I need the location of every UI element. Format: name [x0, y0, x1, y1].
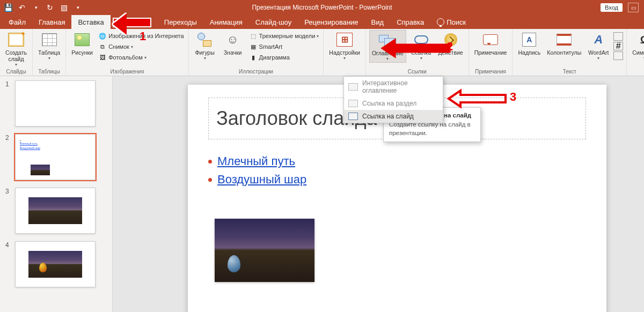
- group-images-label: Изображения: [69, 69, 185, 76]
- chevron-down-icon: ▾: [204, 56, 206, 61]
- headerfooter-button[interactable]: Колонтитулы: [545, 30, 583, 57]
- link-button[interactable]: Ссылка ▾: [408, 30, 434, 62]
- signin-button[interactable]: Вход: [601, 3, 623, 12]
- thumbnail-slide: [15, 80, 96, 127]
- thumbnail-number: 2: [5, 134, 11, 180]
- photo-album-button[interactable]: 🖼Фотоальбом▾: [97, 53, 185, 62]
- chevron-down-icon: ▾: [343, 56, 346, 61]
- chevron-down-icon: ▾: [144, 55, 147, 60]
- undo-dropdown-icon[interactable]: ▾: [31, 3, 41, 12]
- tab-transitions[interactable]: Переходы: [111, 15, 203, 29]
- tab-insert[interactable]: Вставка: [71, 15, 110, 29]
- qat-customize-icon[interactable]: ▾: [73, 3, 83, 12]
- addins-button[interactable]: ⊞ Надстройки ▾: [327, 30, 362, 62]
- link-icon: [414, 35, 428, 44]
- group-symbols-label: [630, 75, 644, 76]
- wordart-button[interactable]: A WordArt ▾: [586, 30, 611, 62]
- group-slides-label: Слайды: [3, 69, 29, 76]
- wordart-icon: A: [591, 33, 606, 47]
- addin-icon: ⊞: [336, 33, 353, 47]
- smartart-icon: ▦: [249, 42, 258, 51]
- tab-file[interactable]: Файл: [2, 15, 32, 29]
- body-placeholder[interactable]: Млечный путь Воздушный шар: [208, 154, 306, 191]
- dropdown-item-section-zoom[interactable]: Ссылка на раздел: [344, 97, 443, 110]
- omega-icon: Ω: [638, 33, 644, 47]
- new-slide-label: Создать слайд: [5, 49, 27, 62]
- bullet-icon: [208, 178, 212, 182]
- group-addins: ⊞ Надстройки ▾: [324, 29, 366, 76]
- textbox-button[interactable]: A Надпись: [516, 30, 543, 57]
- dropdown-item-slide-zoom[interactable]: Ссылка на слайд: [344, 110, 443, 123]
- symbols-label: Символы: [632, 49, 644, 56]
- search-label: Поиск: [447, 18, 466, 26]
- zoom-label: Оглавление: [372, 50, 404, 56]
- comment-button[interactable]: Примечание: [472, 30, 509, 57]
- tab-search[interactable]: Поиск: [430, 15, 472, 29]
- zoom-icon: [379, 34, 396, 47]
- thumbnail-3[interactable]: 3: [5, 188, 107, 234]
- link-label: Ссылка: [411, 49, 431, 56]
- bullet-item: Воздушный шар: [208, 173, 306, 187]
- summary-zoom-icon: [348, 83, 358, 91]
- pictures-button[interactable]: Рисунки: [69, 30, 95, 57]
- icons-button[interactable]: ☺ Значки: [220, 30, 246, 57]
- chart-button[interactable]: ▮Диаграмма: [248, 53, 320, 62]
- thumbnail-image-preview: [31, 165, 50, 175]
- chart-icon: ▮: [249, 53, 258, 62]
- shapes-button[interactable]: Фигуры ▾: [192, 30, 218, 62]
- new-slide-button[interactable]: Создать слайд ▾: [3, 30, 29, 68]
- shapes-icon: [197, 33, 213, 47]
- group-links-label: Ссылки: [369, 69, 465, 76]
- thumbnail-slide: [15, 188, 96, 234]
- hyperlink[interactable]: Млечный путь: [217, 154, 295, 168]
- hyperlink[interactable]: Воздушный шар: [217, 173, 306, 187]
- screenshot-icon: ⧉: [98, 42, 107, 51]
- lightbulb-icon: [437, 18, 444, 26]
- redo-icon[interactable]: ↻: [45, 3, 55, 12]
- group-images: Рисунки 🌐Изображения из Интернета ⧉Снимо…: [66, 29, 188, 76]
- group-text: A Надпись Колонтитулы A WordArt ▾ # Текс…: [513, 29, 627, 76]
- ribbon-display-options-icon[interactable]: ▭: [628, 3, 639, 12]
- 3d-models-label: Трехмерные модели: [259, 33, 316, 39]
- object-icon[interactable]: [613, 51, 623, 60]
- table-button[interactable]: Таблица ▾: [36, 30, 62, 62]
- comment-label: Примечание: [474, 49, 507, 56]
- thumbnail-number: 4: [5, 241, 11, 287]
- 3d-models-button[interactable]: ⬚Трехмерные модели▾: [248, 31, 320, 41]
- tab-help[interactable]: Справка: [390, 15, 430, 29]
- smartart-button[interactable]: ▦SmartArt: [248, 42, 320, 51]
- tab-animations[interactable]: Анимация: [203, 15, 249, 29]
- picture-icon: [75, 33, 90, 46]
- bullet-item: Млечный путь: [208, 154, 306, 168]
- dropdown-label: Ссылка на слайд: [362, 113, 414, 120]
- slide-image[interactable]: [215, 219, 314, 282]
- cube-icon: ⬚: [249, 32, 258, 40]
- online-pictures-icon: 🌐: [98, 32, 107, 40]
- tab-home[interactable]: Главная: [32, 15, 71, 29]
- album-icon: 🖼: [98, 53, 107, 62]
- zoom-button[interactable]: Оглавление ▾: [369, 30, 406, 63]
- dropdown-item-summary-zoom[interactable]: Интерактивное оглавление: [344, 77, 443, 97]
- pictures-label: Рисунки: [71, 49, 93, 56]
- thumbnail-links-preview: Млечный путьВоздушный шар: [20, 139, 40, 151]
- annotation-number-1: 1: [140, 29, 146, 43]
- tab-slideshow[interactable]: Слайд-шоу: [249, 15, 298, 29]
- thumbnail-1[interactable]: 1: [5, 80, 107, 127]
- tab-view[interactable]: Вид: [365, 15, 391, 29]
- slide-number-icon[interactable]: #: [613, 42, 623, 50]
- save-icon[interactable]: 💾: [3, 3, 13, 12]
- symbols-button[interactable]: Ω Символы ▾: [630, 30, 644, 62]
- group-links: Оглавление ▾ Ссылка ▾ Действие Ссылки: [366, 29, 469, 76]
- headerfooter-label: Колонтитулы: [547, 49, 581, 56]
- chevron-down-icon: ▾: [386, 56, 389, 61]
- group-comments-label: Примечания: [472, 69, 509, 76]
- thumbnail-4[interactable]: 4: [5, 241, 107, 287]
- ribbon: Создать слайд ▾ Слайды Таблица ▾ Таблицы…: [0, 29, 644, 76]
- title-bar: 💾 ↶ ▾ ↻ ▧ ▾ Презентация Microsoft PowerP…: [0, 0, 644, 15]
- date-time-icon[interactable]: [613, 32, 623, 41]
- start-from-beginning-icon[interactable]: ▧: [59, 3, 69, 12]
- tab-review[interactable]: Рецензирование: [298, 15, 364, 29]
- thumbnail-2[interactable]: 2 Млечный путьВоздушный шар: [5, 134, 107, 180]
- undo-icon[interactable]: ↶: [17, 3, 27, 12]
- group-slides: Создать слайд ▾ Слайды: [0, 29, 33, 76]
